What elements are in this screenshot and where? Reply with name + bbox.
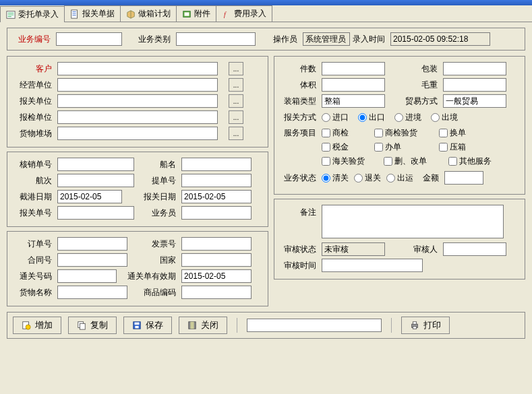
order-group: 订单号 发票号 合同号 国家 通关号码 通关单有效期 bbox=[7, 231, 268, 306]
new-icon bbox=[22, 321, 31, 330]
tab-attachment[interactable]: 附件 bbox=[176, 5, 216, 22]
voyage-label: 航次 bbox=[13, 175, 55, 187]
tab-container-plan[interactable]: 做箱计划 bbox=[120, 5, 177, 22]
order-no-input[interactable] bbox=[57, 237, 127, 251]
svg-rect-21 bbox=[190, 322, 194, 329]
tab-entrust-entry[interactable]: 委托单录入 bbox=[0, 6, 65, 22]
toolbar-separator bbox=[237, 318, 237, 333]
tab-label: 附件 bbox=[194, 8, 210, 20]
container-type-input[interactable] bbox=[322, 94, 385, 108]
copy-button[interactable]: 复制 bbox=[68, 317, 117, 334]
declare-mode-outbound[interactable]: 出境 bbox=[431, 112, 458, 123]
customs-unit-input[interactable] bbox=[57, 94, 218, 108]
biz-type-input[interactable] bbox=[176, 32, 256, 46]
close-button[interactable]: 关闭 bbox=[179, 317, 227, 334]
hs-code-input[interactable] bbox=[181, 286, 252, 299]
svg-rect-19 bbox=[135, 326, 138, 329]
clearance-valid-input[interactable] bbox=[181, 269, 252, 283]
amount-input[interactable] bbox=[444, 171, 483, 185]
verify-no-label: 核销单号 bbox=[13, 159, 55, 170]
cargo-group: 件数 包装 体积 毛重 装箱类型 贸易方式 bbox=[274, 56, 525, 195]
operator-label: 操作员 bbox=[258, 34, 300, 45]
gross-label: 毛重 bbox=[388, 79, 440, 91]
remark-input[interactable] bbox=[322, 205, 504, 238]
svg-rect-4 bbox=[71, 9, 78, 18]
entry-time-value: 2015-02-05 09:52:18 bbox=[390, 32, 490, 46]
biz-no-input[interactable] bbox=[56, 32, 122, 46]
declare-date-input[interactable] bbox=[181, 190, 252, 203]
service-commodity-inspect[interactable]: 商检 bbox=[322, 127, 365, 139]
service-exchange[interactable]: 换单 bbox=[439, 127, 466, 139]
contract-no-label: 合同号 bbox=[13, 255, 55, 266]
declare-mode-inbound[interactable]: 进境 bbox=[394, 112, 421, 123]
toolbar-separator bbox=[391, 318, 392, 333]
audit-time-input[interactable] bbox=[322, 259, 423, 272]
bl-no-label: 提单号 bbox=[137, 175, 179, 187]
inspect-unit-lookup[interactable]: ... bbox=[229, 110, 243, 124]
audit-status-label: 审核状态 bbox=[280, 244, 319, 255]
trade-mode-input[interactable] bbox=[443, 94, 506, 108]
customer-lookup[interactable]: ... bbox=[229, 62, 243, 75]
gross-input[interactable] bbox=[443, 78, 506, 92]
service-other[interactable]: 其他服务 bbox=[448, 156, 492, 167]
operating-unit-input[interactable] bbox=[57, 78, 218, 92]
declare-mode-export[interactable]: 出口 bbox=[358, 112, 385, 123]
service-commodity-check[interactable]: 商检验货 bbox=[374, 127, 430, 139]
hs-code-label: 商品编码 bbox=[130, 287, 179, 298]
audit-status-value: 未审核 bbox=[322, 242, 385, 256]
country-input[interactable] bbox=[181, 253, 252, 267]
toolbar-search-input[interactable] bbox=[247, 319, 382, 332]
header-strip: 业务编号 业务类别 操作员 系统管理员 录入时间 2015-02-05 09:5… bbox=[7, 28, 525, 51]
voyage-input[interactable] bbox=[57, 174, 134, 187]
invoice-no-input[interactable] bbox=[181, 237, 252, 251]
fee-icon: f bbox=[222, 9, 231, 19]
cutoff-date-input[interactable] bbox=[57, 190, 122, 203]
tab-customs-doc[interactable]: 报关单据 bbox=[64, 5, 121, 22]
clearance-no-input[interactable] bbox=[57, 269, 117, 283]
auditor-input[interactable] bbox=[443, 242, 506, 256]
add-button[interactable]: 增加 bbox=[13, 317, 61, 334]
save-icon bbox=[132, 321, 142, 330]
order-no-label: 订单号 bbox=[13, 238, 55, 250]
operating-unit-lookup[interactable]: ... bbox=[229, 78, 243, 92]
service-press-box[interactable]: 压箱 bbox=[439, 141, 466, 153]
svg-rect-18 bbox=[135, 323, 140, 325]
goods-name-label: 货物名称 bbox=[13, 287, 55, 298]
tabbar: 委托单录入 报关单据 做箱计划 附件 f 费用录入 bbox=[0, 5, 532, 22]
biz-status-clear[interactable]: 清关 bbox=[322, 172, 349, 184]
container-type-label: 装箱类型 bbox=[280, 96, 319, 107]
action-toolbar: 增加 复制 保存 关闭 打印 bbox=[7, 312, 525, 339]
cargo-yard-input[interactable] bbox=[57, 127, 218, 140]
service-tax[interactable]: 税金 bbox=[322, 141, 365, 153]
volume-input[interactable] bbox=[322, 78, 385, 92]
biz-type-label: 业务类别 bbox=[125, 34, 173, 45]
goods-name-input[interactable] bbox=[57, 286, 127, 299]
ship-name-input[interactable] bbox=[181, 158, 252, 171]
declare-date-label: 报关日期 bbox=[125, 191, 179, 203]
pieces-label: 件数 bbox=[280, 63, 319, 75]
service-customs-check[interactable]: 海关验货 bbox=[322, 156, 374, 167]
copy-icon bbox=[77, 321, 86, 330]
package-label: 包装 bbox=[388, 63, 440, 75]
contract-no-input[interactable] bbox=[57, 253, 127, 267]
tab-fee-entry[interactable]: f 费用录入 bbox=[216, 5, 272, 22]
service-doc[interactable]: 办单 bbox=[374, 141, 430, 153]
inspect-unit-input[interactable] bbox=[57, 110, 218, 124]
pieces-input[interactable] bbox=[322, 62, 385, 75]
biz-status-return[interactable]: 退关 bbox=[354, 172, 381, 184]
declare-no-input[interactable] bbox=[57, 206, 134, 220]
bl-no-input[interactable] bbox=[181, 174, 252, 187]
biz-status-ship[interactable]: 出运 bbox=[386, 172, 413, 184]
service-amend[interactable]: 删、改单 bbox=[384, 156, 439, 167]
cargo-yard-lookup[interactable]: ... bbox=[229, 127, 243, 140]
remark-label: 备注 bbox=[280, 205, 319, 218]
customer-input[interactable] bbox=[57, 62, 218, 75]
declare-mode-import[interactable]: 进口 bbox=[322, 112, 349, 123]
package-input[interactable] bbox=[443, 62, 506, 75]
country-label: 国家 bbox=[130, 255, 179, 266]
clerk-input[interactable] bbox=[181, 206, 252, 220]
customs-unit-lookup[interactable]: ... bbox=[229, 94, 243, 108]
print-button[interactable]: 打印 bbox=[401, 317, 450, 334]
save-button[interactable]: 保存 bbox=[123, 317, 172, 334]
verify-no-input[interactable] bbox=[57, 158, 134, 171]
